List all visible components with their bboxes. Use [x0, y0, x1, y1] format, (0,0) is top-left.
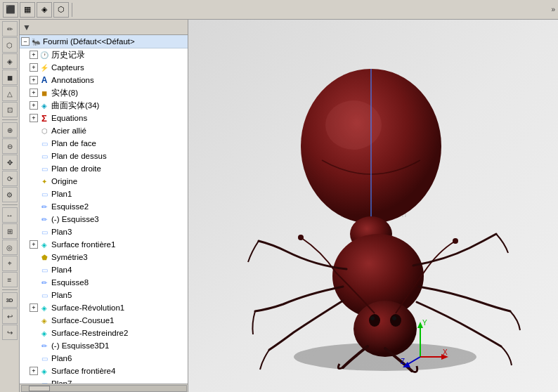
tree-item-history[interactable]: + 🕐 历史记录 — [20, 48, 188, 61]
esquisse2-label: Esquisse2 — [51, 202, 89, 211]
left-btn-feature[interactable]: ⬡ — [2, 37, 18, 53]
left-btn-undo[interactable]: ↩ — [2, 308, 18, 324]
panel-hscrollbar[interactable] — [20, 384, 188, 392]
filter-icon: ▼ — [22, 22, 31, 32]
sr1-icon: ◈ — [39, 302, 50, 313]
left-btn-drawing[interactable]: ⊡ — [2, 102, 18, 117]
capteurs-expand[interactable]: + — [30, 63, 38, 72]
left-btn-3d[interactable]: 3D — [2, 292, 18, 308]
esq8-icon: ✏ — [39, 277, 50, 288]
solids-label: 实体(8) — [51, 88, 78, 98]
tree-item-plan5[interactable]: ▭ Plan5 — [20, 289, 188, 301]
left-btn-layers[interactable]: ≡ — [2, 272, 18, 287]
panel-scroll-thumb[interactable] — [29, 386, 50, 391]
sr1-expand[interactable]: + — [30, 303, 38, 312]
tree-item-plan6[interactable]: ▭ Plan6 — [20, 352, 188, 365]
origine-label: Origine — [51, 177, 77, 185]
svg-text:X: X — [443, 348, 448, 356]
svg-point-11 — [392, 316, 396, 320]
left-btn-zoom-in[interactable]: ⊕ — [2, 122, 18, 138]
tree-item-material[interactable]: ⬡ Acier allié — [20, 124, 188, 137]
plan5-icon: ▭ — [39, 289, 50, 301]
equations-expand[interactable]: + — [30, 114, 38, 122]
tree-item-origine[interactable]: ✦ Origine — [20, 175, 188, 188]
sf1-expand[interactable]: + — [30, 240, 38, 249]
sf4-icon: ◈ — [39, 365, 50, 377]
origine-icon: ✦ — [39, 176, 50, 187]
tree-item-plan1[interactable]: ▭ Plan1 — [20, 188, 188, 200]
surfaces-expand[interactable]: + — [30, 101, 38, 110]
surfaces-label: 曲面实体(34) — [51, 100, 99, 111]
tree-item-equations[interactable]: + Σ Equations — [20, 112, 188, 124]
svg-point-12 — [298, 235, 304, 240]
tree-item-capteurs[interactable]: + ⚡ Capteurs — [20, 61, 188, 74]
toolbar-btn-4[interactable]: ⬡ — [53, 2, 69, 18]
plan-dessus-icon: ▭ — [39, 150, 50, 162]
material-icon: ⬡ — [39, 125, 50, 136]
sf4-expand[interactable]: + — [30, 367, 38, 375]
tree-item-plan-dessus[interactable]: ▭ Plan de dessus — [20, 150, 188, 162]
tree-item-plan7[interactable]: ▭ Plan7 — [20, 377, 188, 384]
left-btn-surface[interactable]: ◈ — [2, 53, 18, 69]
tree-view[interactable]: − 🐜 Fourmi (Défaut<<Défaut> + 🕐 历史记录 + ⚡… — [20, 35, 188, 384]
root-expand-btn[interactable]: − — [21, 37, 30, 46]
tree-item-surface-frontiere1[interactable]: + ◈ Surface frontière1 — [20, 238, 188, 251]
tree-item-esquisse8[interactable]: ✏ Esquisse8 — [20, 276, 188, 289]
left-btn-pattern[interactable]: ⊞ — [2, 223, 18, 239]
3d-viewport[interactable]: MFCAD www.mfcad.com — [188, 20, 558, 392]
material-label: Acier allié — [51, 126, 86, 135]
left-btn-redo[interactable]: ↪ — [2, 325, 18, 340]
history-icon: 🕐 — [39, 49, 50, 60]
tree-item-plan-droite[interactable]: ▭ Plan de droite — [20, 162, 188, 175]
tree-item-surface-restreindre2[interactable]: ◈ Surface-Restreindre2 — [20, 327, 188, 339]
tree-item-plan3[interactable]: ▭ Plan3 — [20, 226, 188, 238]
left-btn-zoom-out[interactable]: ⊖ — [2, 138, 18, 154]
annotations-expand[interactable]: + — [30, 76, 38, 84]
tree-item-annotations[interactable]: + A Annotations — [20, 74, 188, 86]
solids-expand[interactable]: + — [30, 89, 38, 97]
tree-item-symetrie3[interactable]: ⬟ Symétrie3 — [20, 251, 188, 263]
left-btn-sketch[interactable]: ✏ — [2, 21, 18, 37]
tree-item-esquisse3d1[interactable]: ✏ (-) Esquisse3D1 — [20, 339, 188, 352]
tree-root-item[interactable]: − 🐜 Fourmi (Défaut<<Défaut> — [20, 35, 188, 48]
equations-icon: Σ — [39, 112, 50, 124]
left-separator-3 — [2, 289, 18, 290]
left-btn-mirror[interactable]: ↔ — [2, 207, 18, 223]
toolbar-btn-1[interactable]: ⬛ — [3, 2, 18, 18]
tree-item-surface-cousue1[interactable]: ◈ Surface-Cousue1 — [20, 314, 188, 327]
tree-item-plan4[interactable]: ▭ Plan4 — [20, 263, 188, 276]
plan-droite-label: Plan de droite — [51, 164, 101, 173]
tree-panel: ▼ − 🐜 Fourmi (Défaut<<Défaut> + 🕐 历史记录 +… — [20, 20, 188, 392]
left-btn-solid[interactable]: ◼ — [2, 70, 18, 85]
esq3d1-icon: ✏ — [39, 340, 50, 351]
tree-item-esquisse2[interactable]: ✏ Esquisse2 — [20, 200, 188, 213]
left-btn-measure[interactable]: ⌖ — [2, 256, 18, 271]
svg-point-2 — [325, 100, 382, 150]
tree-item-plan-face[interactable]: ▭ Plan de face — [20, 137, 188, 150]
left-btn-pan[interactable]: ✥ — [2, 155, 18, 170]
left-btn-options[interactable]: ⚙ — [2, 187, 18, 202]
main-content: ✏ ⬡ ◈ ◼ △ ⊡ ⊕ ⊖ ✥ ⟳ ⚙ ↔ ⊞ ◎ ⌖ ≡ 3D ↩ ↪ ▼… — [0, 20, 558, 392]
left-btn-rotate[interactable]: ⟳ — [2, 171, 18, 186]
panel-scroll-track[interactable] — [21, 385, 187, 392]
svg-point-8 — [369, 314, 380, 327]
plan3-label: Plan3 — [51, 228, 72, 236]
tree-item-surface-rev1[interactable]: + ◈ Surface-Révolution1 — [20, 301, 188, 314]
tree-item-solids[interactable]: + ◼ 实体(8) — [20, 86, 188, 99]
tree-item-esquisse3[interactable]: ✏ (-) Esquisse3 — [20, 213, 188, 226]
history-expand[interactable]: + — [30, 51, 38, 59]
left-btn-assembly[interactable]: △ — [2, 86, 18, 101]
left-btn-view[interactable]: ◎ — [2, 240, 18, 255]
tree-item-surface-frontiere4[interactable]: + ◈ Surface frontière4 — [20, 365, 188, 377]
top-toolbar: ⬛ ▦ ◈ ⬡ » — [0, 0, 558, 20]
plan6-label: Plan6 — [51, 354, 72, 362]
esq8-label: Esquisse8 — [51, 278, 89, 287]
plan3-icon: ▭ — [39, 226, 50, 237]
toolbar-btn-2[interactable]: ▦ — [20, 2, 35, 18]
plan-face-icon: ▭ — [39, 138, 50, 149]
sf1-label: Surface frontière1 — [51, 240, 115, 249]
toolbar-expand-btn[interactable]: » — [551, 6, 555, 13]
toolbar-btn-3[interactable]: ◈ — [37, 2, 52, 18]
tree-item-surfaces[interactable]: + ◈ 曲面实体(34) — [20, 99, 188, 112]
ant-3d-model — [231, 34, 554, 378]
